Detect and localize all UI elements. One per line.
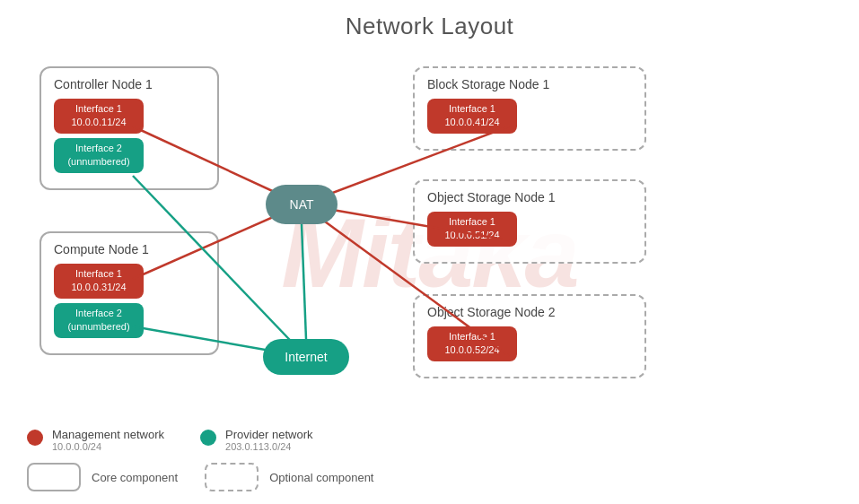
controller-node: Controller Node 1 Interface 1 10.0.0.11/… <box>39 66 219 190</box>
core-label: Core component <box>92 471 178 484</box>
legend-core: Core component <box>27 463 178 491</box>
legend-section: Management network 10.0.0.0/24 Provider … <box>27 428 373 491</box>
page-title: Network Layout <box>0 0 859 40</box>
controller-interface1-badge: Interface 1 10.0.0.11/24 <box>54 99 144 134</box>
object-storage1-interface1-badge: Interface 1 10.0.0.51/24 <box>427 212 517 247</box>
optional-box-icon <box>205 463 259 491</box>
object-storage1-node-title: Object Storage Node 1 <box>427 190 632 204</box>
nat-hub: NAT <box>266 185 337 224</box>
compute-node-title: Compute Node 1 <box>54 242 205 256</box>
object-storage2-node: Object Storage Node 2 Interface 1 10.0.0… <box>413 294 646 378</box>
management-label: Management network <box>52 428 164 441</box>
optional-label: Optional component <box>269 471 373 484</box>
object-storage1-node: Object Storage Node 1 Interface 1 10.0.0… <box>413 179 646 264</box>
main-area: Network Layout Controller Node 1 Interfa… <box>0 0 859 504</box>
legend-provider: Provider network 203.0.113.0/24 <box>200 428 313 452</box>
block-storage-node-title: Block Storage Node 1 <box>427 77 632 91</box>
compute-interface1-badge: Interface 1 10.0.0.31/24 <box>54 264 144 299</box>
object-storage2-interface1-badge: Interface 1 10.0.0.52/24 <box>427 326 517 361</box>
provider-label: Provider network <box>225 428 313 441</box>
object-storage2-node-title: Object Storage Node 2 <box>427 305 632 319</box>
compute-interface2-badge: Interface 2 (unnumbered) <box>54 303 144 338</box>
block-storage-node: Block Storage Node 1 Interface 1 10.0.0.… <box>413 66 646 151</box>
controller-node-title: Controller Node 1 <box>54 77 205 91</box>
internet-hub: Internet <box>263 339 349 375</box>
provider-text: Provider network 203.0.113.0/24 <box>225 428 313 452</box>
controller-interface2-badge: Interface 2 (unnumbered) <box>54 138 144 173</box>
svg-line-7 <box>302 224 306 339</box>
provider-subnet: 203.0.113.0/24 <box>225 441 313 452</box>
block-storage-interface1-badge: Interface 1 10.0.0.41/24 <box>427 99 517 134</box>
management-dot <box>27 430 43 446</box>
legend-optional: Optional component <box>205 463 373 491</box>
legend-management: Management network 10.0.0.0/24 <box>27 428 164 452</box>
compute-node: Compute Node 1 Interface 1 10.0.0.31/24 … <box>39 231 219 355</box>
management-subnet: 10.0.0.0/24 <box>52 441 164 452</box>
core-box-icon <box>27 463 81 491</box>
management-text: Management network 10.0.0.0/24 <box>52 428 164 452</box>
provider-dot <box>200 430 216 446</box>
